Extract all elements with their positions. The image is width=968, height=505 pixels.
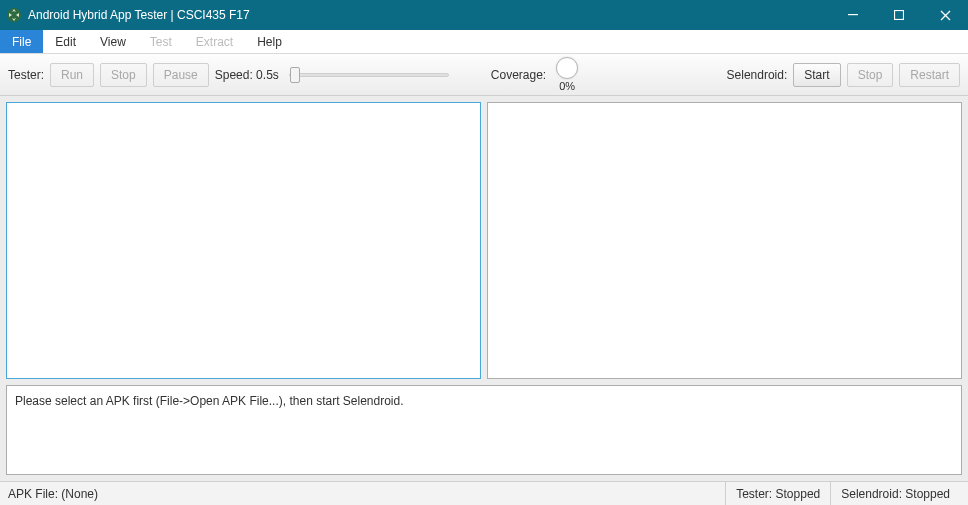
toolbar: Tester: Run Stop Pause Speed: 0.5s Cover… [0, 54, 968, 96]
menu-extract: Extract [184, 30, 245, 53]
tester-label: Tester: [8, 68, 44, 82]
coverage-indicator [556, 57, 578, 79]
speed-slider-thumb[interactable] [290, 67, 300, 83]
maximize-button[interactable] [876, 0, 922, 30]
minimize-button[interactable] [830, 0, 876, 30]
window-title: Android Hybrid App Tester | CSCI435 F17 [28, 8, 250, 22]
titlebar: Android Hybrid App Tester | CSCI435 F17 [0, 0, 968, 30]
tester-stop-button: Stop [100, 63, 147, 87]
menu-file[interactable]: File [0, 30, 43, 53]
coverage-label: Coverage: [491, 68, 546, 82]
speed-label: Speed: 0.5s [215, 68, 279, 82]
left-pane[interactable] [6, 102, 481, 379]
svg-rect-1 [848, 14, 858, 15]
menu-view[interactable]: View [88, 30, 138, 53]
coverage-value: 0% [559, 80, 575, 92]
menubar: File Edit View Test Extract Help [0, 30, 968, 54]
app-icon [6, 7, 22, 23]
restart-button: Restart [899, 63, 960, 87]
pause-button: Pause [153, 63, 209, 87]
statusbar: APK File: (None) Tester: Stopped Selendr… [0, 481, 968, 505]
status-selendroid: Selendroid: Stopped [830, 482, 960, 506]
menu-edit[interactable]: Edit [43, 30, 88, 53]
start-button[interactable]: Start [793, 63, 840, 87]
status-apk: APK File: (None) [8, 487, 98, 501]
speed-slider[interactable] [289, 73, 449, 77]
window-controls [830, 0, 968, 30]
selendroid-label: Selendroid: [727, 68, 788, 82]
menu-test: Test [138, 30, 184, 53]
menu-help[interactable]: Help [245, 30, 294, 53]
selendroid-stop-button: Stop [847, 63, 894, 87]
run-button: Run [50, 63, 94, 87]
status-tester: Tester: Stopped [725, 482, 830, 506]
svg-rect-2 [895, 11, 904, 20]
message-text: Please select an APK first (File->Open A… [15, 394, 404, 408]
close-button[interactable] [922, 0, 968, 30]
right-pane[interactable] [487, 102, 962, 379]
content-area: Please select an APK first (File->Open A… [0, 96, 968, 481]
message-pane: Please select an APK first (File->Open A… [6, 385, 962, 475]
panes-row [6, 102, 962, 379]
